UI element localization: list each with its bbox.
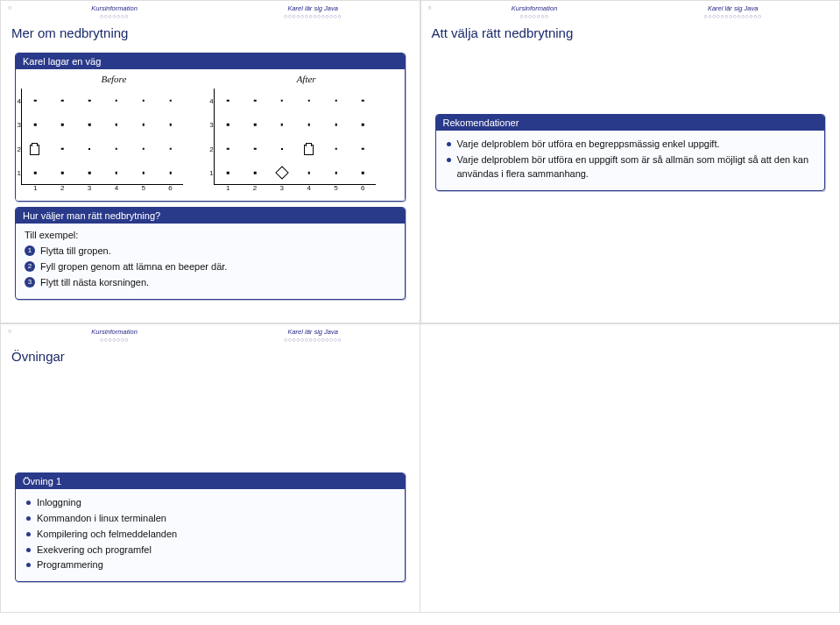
grid-dot bbox=[88, 172, 91, 174]
ex-list: InloggningKommandon i linux terminalenKo… bbox=[25, 496, 396, 573]
grid-dot bbox=[254, 124, 257, 126]
block-how-choose: Hur väljer man rätt nedbrytning? Till ex… bbox=[15, 207, 406, 300]
grid-dot bbox=[335, 124, 337, 126]
grid-dot bbox=[34, 99, 37, 102]
slide-title: Övningar bbox=[6, 345, 414, 371]
axis-x-label: 4 bbox=[111, 183, 122, 194]
block-title: Övning 1 bbox=[16, 473, 405, 489]
rec-list: Varje delproblem bör utföra en begreppsm… bbox=[445, 138, 816, 181]
slide-title: Att välja rätt nedbrytning bbox=[427, 22, 835, 47]
grid-dot bbox=[281, 124, 284, 126]
nav-dot: ○ bbox=[428, 4, 432, 20]
grid-dot bbox=[362, 172, 364, 174]
grid-dot bbox=[227, 124, 229, 126]
axis-y-label: 1 bbox=[15, 168, 21, 179]
nav-title-2: Karel lär sig Java bbox=[633, 4, 832, 12]
before-label: Before bbox=[21, 73, 207, 87]
nav-dot: ○ bbox=[8, 328, 11, 344]
nav-line: ○ Kursinformation ○○○○○○○ Karel lär sig … bbox=[6, 4, 414, 22]
ex-item: Kommandon i linux terminalen bbox=[25, 512, 396, 526]
grid-dot bbox=[169, 172, 172, 174]
nav-dots-2: ○○○○○○○○○○○○○○ bbox=[704, 13, 762, 19]
axis-x-label: 2 bbox=[57, 183, 67, 194]
nav-col-2: Karel lär sig Java ○○○○○○○○○○○○○○ bbox=[214, 4, 413, 20]
grid-dot bbox=[307, 172, 310, 174]
axis-x-label: 1 bbox=[30, 183, 40, 194]
grid-dot bbox=[227, 172, 229, 174]
ex-item: Programmering bbox=[25, 558, 396, 572]
block-recommendations: Rekomendationer Varje delproblem bör utf… bbox=[435, 114, 826, 191]
step-item: Flytt till nästa korsningen. bbox=[25, 276, 396, 290]
beeper-icon bbox=[275, 166, 289, 180]
axis-x-label: 2 bbox=[250, 183, 260, 194]
nav-title-1: Kursinformation bbox=[435, 4, 634, 12]
after-label: After bbox=[214, 73, 399, 87]
axis-x-label: 3 bbox=[84, 183, 95, 194]
grid-dot bbox=[281, 148, 283, 150]
grid-dot bbox=[335, 99, 337, 102]
grid-dot bbox=[281, 99, 284, 102]
nav-dots-2: ○○○○○○○○○○○○○○ bbox=[284, 13, 342, 19]
block-title: Rekomendationer bbox=[436, 115, 825, 131]
graphic-wrap: Before 1234123456 After 1234123456 bbox=[16, 69, 405, 201]
karel-icon bbox=[30, 143, 40, 155]
slide-3: ○ Kursinformation ○○○○○○○ Karel lär sig … bbox=[0, 323, 420, 613]
nav-dots-1: ○○○○○○○ bbox=[100, 13, 129, 19]
slide-2: ○ Kursinformation ○○○○○○○ Karel lär sig … bbox=[420, 0, 841, 323]
grid-dot bbox=[362, 124, 364, 126]
grid-dot bbox=[362, 99, 364, 102]
axis-x-label: 1 bbox=[222, 183, 233, 194]
axis-x-label: 3 bbox=[277, 183, 287, 194]
grid-dot bbox=[61, 172, 64, 174]
slide-4 bbox=[420, 323, 841, 613]
grid-dot bbox=[143, 124, 145, 126]
example-intro: Till exempel: bbox=[25, 229, 396, 243]
axis-y-label: 1 bbox=[205, 168, 214, 179]
nav-col-1: Kursinformation ○○○○○○○ bbox=[435, 4, 634, 20]
axis-x-label: 6 bbox=[357, 183, 368, 194]
axis-y-label: 3 bbox=[15, 120, 21, 131]
grid-dot bbox=[227, 147, 229, 150]
nav-line: ○ Kursinformation ○○○○○○○ Karel lär sig … bbox=[427, 4, 835, 22]
grid-dot bbox=[34, 172, 37, 174]
karel-grid: 1234123456 bbox=[21, 89, 183, 185]
grid-dot bbox=[227, 99, 229, 102]
grid-dot bbox=[169, 99, 172, 102]
axis-y-label: 4 bbox=[15, 96, 21, 107]
grid-dot bbox=[307, 99, 310, 102]
axis-x-label: 4 bbox=[304, 183, 314, 194]
block-body: Varje delproblem bör utföra en begreppsm… bbox=[436, 131, 825, 190]
axis-y-label: 4 bbox=[205, 96, 214, 107]
grid-dot bbox=[254, 99, 257, 102]
nav-col-2: Karel lär sig Java ○○○○○○○○○○○○○○ bbox=[214, 328, 413, 344]
ex-item: Inloggning bbox=[25, 496, 396, 510]
grid-dot bbox=[116, 99, 118, 102]
grid-dot bbox=[88, 124, 91, 126]
nav-title-1: Kursinformation bbox=[15, 4, 214, 12]
step-item: Fyll gropen genom att lämna en beeper dä… bbox=[25, 260, 396, 274]
grid-dot bbox=[143, 172, 145, 174]
block-body: InloggningKommandon i linux terminalenKo… bbox=[16, 489, 405, 582]
grid-dot bbox=[169, 124, 172, 126]
nav-dots-1: ○○○○○○○ bbox=[520, 13, 549, 19]
karel-grid: 1234123456 bbox=[214, 89, 376, 185]
block-title: Karel lagar en väg bbox=[16, 53, 405, 69]
grid-dot bbox=[143, 147, 145, 150]
grid-dot bbox=[61, 99, 64, 102]
grid-dot bbox=[61, 124, 64, 126]
axis-y-label: 2 bbox=[205, 145, 214, 155]
step-item: Flytta till gropen. bbox=[25, 245, 396, 259]
slide-title: Mer om nedbrytning bbox=[6, 22, 414, 47]
ex-item: Kompilering och felmeddelanden bbox=[25, 528, 396, 542]
grid-dot bbox=[61, 147, 64, 150]
grid-dot bbox=[116, 147, 118, 150]
grid-dot bbox=[254, 147, 257, 150]
axis-y-label: 3 bbox=[205, 120, 214, 131]
nav-title-2: Karel lär sig Java bbox=[214, 328, 413, 336]
grid-dot bbox=[362, 147, 364, 150]
nav-line: ○ Kursinformation ○○○○○○○ Karel lär sig … bbox=[6, 328, 414, 345]
grid-dot bbox=[335, 147, 337, 150]
grid-dot bbox=[116, 124, 118, 126]
grid-dot bbox=[34, 124, 37, 126]
axis-x-label: 6 bbox=[166, 183, 176, 194]
